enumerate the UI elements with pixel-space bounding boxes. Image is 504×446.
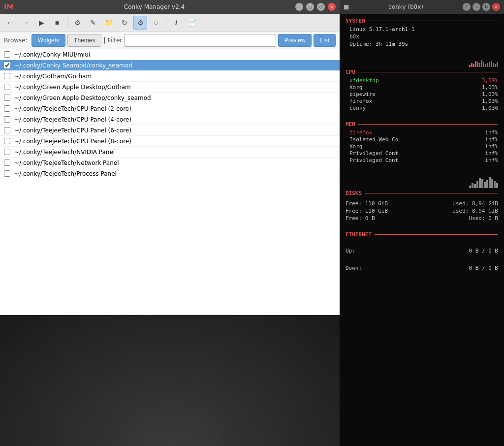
- file-item[interactable]: ~/.conky/TeejeeTech/CPU Panel (4-core): [0, 114, 340, 125]
- right-panel: ■ conky (b0x) ⇧ − ↻ × SYSTEM Linux 5.17.…: [340, 0, 504, 446]
- disk-mini-bar: [476, 181, 478, 188]
- conky-restore-button[interactable]: ↻: [482, 3, 490, 11]
- app-icon: IM: [4, 3, 13, 11]
- file-item[interactable]: ~/.conky/TeejeeTech/CPU Panel (8-core): [0, 136, 340, 147]
- ethernet-up-val: 0 B / 0 B: [469, 248, 498, 254]
- file-path: ~/.conky/TeejeeTech/Process Panel: [14, 170, 117, 177]
- cpu-mini-bar: [491, 61, 492, 67]
- cpu-row-val: 1,03%: [482, 84, 498, 91]
- preview-button[interactable]: Preview: [278, 34, 312, 47]
- file-item[interactable]: ~/.conky/TeejeeTech/CPU Panel (6-core): [0, 125, 340, 136]
- cpu-mini-bar: [497, 62, 498, 67]
- archive-button[interactable]: 📄: [185, 16, 199, 30]
- filter-input[interactable]: [124, 34, 276, 47]
- cpu-mini-bar: [489, 62, 490, 67]
- info-button[interactable]: i: [169, 16, 183, 30]
- list-button[interactable]: List: [314, 34, 336, 47]
- close-button[interactable]: ×: [328, 3, 336, 11]
- ethernet-section: ETHERNET Up: 0 B / 0 B Down: 0 B / 0 B: [346, 231, 498, 271]
- file-item[interactable]: ~/.conky/Gotham/Gotham: [0, 71, 340, 82]
- cpu-row-val: 1,03%: [482, 105, 498, 111]
- mem-section-label: MEM: [346, 121, 498, 127]
- disks-section: DISKS Free: 110 GiBUsed: 8,94 GiBFree: 1…: [346, 173, 498, 222]
- title-bar-left: IM: [4, 3, 13, 11]
- file-checkbox[interactable]: [4, 127, 10, 133]
- cpu-mini-bar: [475, 61, 476, 67]
- disk-mini-bar: [496, 183, 498, 188]
- play-button[interactable]: ▶: [34, 16, 48, 30]
- file-checkbox[interactable]: [4, 149, 10, 155]
- ethernet-up-label: Up:: [346, 248, 355, 254]
- browse-label: Browse:: [4, 37, 28, 44]
- stop-button[interactable]: ■: [50, 16, 64, 30]
- maximize-button[interactable]: □: [306, 3, 314, 11]
- file-path: ~/.conky/Conky MIUI/miui: [14, 51, 90, 58]
- file-checkbox[interactable]: [4, 138, 10, 144]
- conky-window-icon: ■: [344, 3, 349, 10]
- conky-up-button[interactable]: ⇧: [463, 3, 471, 11]
- prefs-button[interactable]: ⚙: [133, 16, 147, 30]
- mem-row-val: inf%: [485, 157, 499, 163]
- file-item[interactable]: ~/.conky/TeejeeTech/CPU Panel (2-core): [0, 103, 340, 114]
- file-checkbox[interactable]: [4, 73, 10, 79]
- cpu-row: Xorg1,03%: [349, 84, 498, 91]
- file-item[interactable]: ~/.conky/Conky MIUI/miui: [0, 49, 340, 60]
- cpu-row: conky1,03%: [349, 105, 498, 111]
- widgets-button[interactable]: Widgets: [32, 34, 65, 47]
- cpu-mini-bar: [493, 63, 494, 67]
- file-checkbox[interactable]: [4, 116, 10, 123]
- conky-close-button[interactable]: ×: [492, 3, 500, 11]
- cpu-mini-bar: [485, 64, 486, 67]
- file-path: ~/.conky/Gotham/Gotham: [14, 73, 92, 80]
- edit-button[interactable]: ✎: [86, 16, 100, 30]
- file-item[interactable]: ~/.conky/Green Apple Desktop/conky_seamo…: [0, 93, 340, 103]
- title-bar: IM Conky Manager v2.4 − □ ↺ ×: [0, 0, 340, 14]
- system-section: SYSTEM Linux 5.17.1-arch1-1 b0x Uptime: …: [346, 18, 498, 47]
- file-path: ~/.conky/Green Apple Desktop/conky_seamo…: [14, 95, 151, 101]
- system-section-label: SYSTEM: [346, 18, 498, 24]
- refresh-button[interactable]: ↻: [118, 16, 131, 30]
- file-item[interactable]: ~/.conky/TeejeeTech/NVIDIA Panel: [0, 147, 340, 158]
- disk-mini-bars: [469, 173, 498, 188]
- file-path: ~/.conky/TeejeeTech/NVIDIA Panel: [14, 149, 115, 156]
- file-path: ~/.conky/TeejeeTech/CPU Panel (4-core): [14, 116, 131, 123]
- cpu-row: pipewire1,03%: [349, 91, 498, 97]
- mem-section: MEM firefoxinf%Isolated Web Coinf%Xorgin…: [346, 121, 498, 163]
- minimize-button[interactable]: −: [295, 3, 303, 11]
- cpu-mini-bar: [487, 63, 488, 67]
- file-checkbox[interactable]: [4, 105, 10, 112]
- filter-label: Filter: [108, 37, 123, 44]
- file-item[interactable]: ~/.conky/Green Apple Desktop/Gotham: [0, 82, 340, 93]
- restore-button[interactable]: ↺: [317, 3, 325, 11]
- timer-button[interactable]: ○: [149, 16, 163, 30]
- cpu-section-label: CPU: [346, 69, 498, 75]
- file-item[interactable]: ~/.conky/TeejeeTech/Network Panel: [0, 158, 340, 168]
- cpu-mini-bar: [469, 65, 471, 67]
- file-checkbox[interactable]: [4, 95, 10, 101]
- mem-row-val: inf%: [485, 143, 499, 150]
- file-checkbox[interactable]: [4, 62, 10, 68]
- themes-button[interactable]: Themes: [67, 34, 101, 47]
- file-item[interactable]: ~/.conky/Conky Seamod/conky_seamod: [0, 60, 340, 71]
- file-checkbox[interactable]: [4, 51, 10, 58]
- cpu-row: xfdesktop3,09%: [349, 77, 498, 84]
- file-checkbox[interactable]: [4, 84, 10, 90]
- forward-button[interactable]: →: [19, 16, 32, 30]
- disk-free: Free: 110 GiB: [346, 208, 388, 214]
- settings-button[interactable]: ⚙: [70, 16, 84, 30]
- file-checkbox[interactable]: [4, 159, 10, 166]
- file-path: ~/.conky/Conky Seamod/conky_seamod: [14, 62, 132, 69]
- back-button[interactable]: ←: [3, 16, 17, 30]
- disk-row: Free: 110 GiBUsed: 8,94 GiB: [346, 200, 498, 207]
- system-info: Linux 5.17.1-arch1-1 b0x Uptime: 3h 11m …: [346, 26, 498, 47]
- title-bar-controls: − □ ↺ ×: [295, 3, 336, 11]
- file-item[interactable]: ~/.conky/TeejeeTech/Process Panel: [0, 168, 340, 179]
- disk-mini-bar: [486, 180, 488, 188]
- folder-button[interactable]: 📁: [102, 16, 116, 30]
- mem-row-key: firefox: [349, 129, 372, 136]
- conky-window-buttons: ⇧ − ↻ ×: [463, 3, 500, 11]
- conky-min-button[interactable]: −: [472, 3, 480, 11]
- mem-row-val: inf%: [485, 129, 499, 136]
- cpu-bar-area: [346, 57, 498, 67]
- file-checkbox[interactable]: [4, 170, 10, 177]
